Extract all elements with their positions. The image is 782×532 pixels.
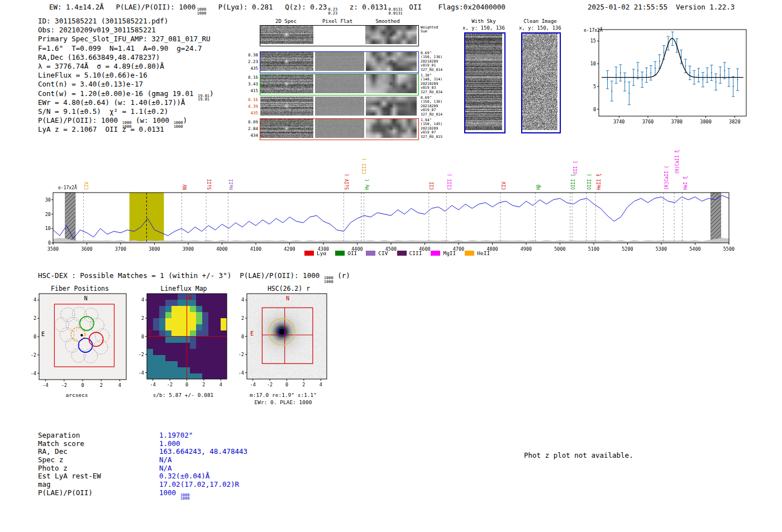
emission-line-label: OIII ( xyxy=(587,174,592,190)
match-table-row: Match score1.000 xyxy=(38,439,247,448)
match-table-row: Photo zN/A xyxy=(38,464,247,472)
cutout-row xyxy=(260,74,419,95)
match-row-fraction: 10001000 xyxy=(180,493,190,501)
emission-line-label: HeI ξ xyxy=(683,176,688,190)
data-point xyxy=(680,56,681,57)
emission-line-label: Hγ ( xyxy=(365,179,370,190)
match-row-label: mag xyxy=(38,480,159,488)
data-point xyxy=(737,79,738,80)
info-seeing: F=1.6" T=0.099 N=1.41 A=0.90 g=24.7 xyxy=(38,44,214,53)
header-plya: P(Lyα): 0.281 xyxy=(218,3,273,11)
cutout-row-annotation: 1.30"(148, 314)20210209v019_03327_RU_034 xyxy=(421,74,455,94)
y-tick-label: 20 xyxy=(45,212,51,217)
match-row-value: N/A xyxy=(159,456,172,464)
cutout-row xyxy=(260,96,419,118)
y-tick-label: 4 xyxy=(34,297,36,303)
legend-swatch xyxy=(304,251,314,256)
x-tick-label: 4 xyxy=(320,382,322,387)
x-tick-label: -2 xyxy=(267,382,273,387)
plae-w-fraction: 10001000 xyxy=(174,121,183,128)
emission-line-label: CII xyxy=(430,181,435,190)
hsc-caption-2: EWr: 0. PLAE: 1000 xyxy=(230,399,336,405)
with-sky-title: With Sky xyxy=(458,18,509,24)
x-tick-label: -2 xyxy=(167,382,173,387)
legend-label: CIII xyxy=(409,250,422,256)
y-tick-label: 15 xyxy=(590,38,596,44)
legend-label: CIV xyxy=(378,250,388,256)
info-wavelength: λ = 3776.74Å σ = 4.89(±0.80)Å xyxy=(38,62,214,71)
legend-label: MgII xyxy=(443,250,456,256)
x-tick-label: 4000 xyxy=(216,246,227,252)
x-tick-label: -4 xyxy=(150,382,156,387)
info-primary-slot: Primary Spec_Slot_IFU_AMP: 327_081_017_R… xyxy=(38,35,214,44)
data-point xyxy=(637,70,638,71)
match-row-label: P(LAE)/P(OII) xyxy=(38,488,159,497)
cutout-row xyxy=(260,51,419,73)
cutout-annotation-line: 327_RU_014 xyxy=(421,68,455,72)
x-tick-label: 0 xyxy=(81,382,84,388)
match-row-label: Spec z xyxy=(38,456,159,464)
fiber-positions-plot: -4-4-2-2002244NE xyxy=(22,291,131,392)
y-tick-label: -4 xyxy=(31,371,36,376)
cutout-row-annotation: 0.69"(150, 136)20210209v019_01327_RU_014 xyxy=(421,51,455,72)
fraction-bottom: 1000 xyxy=(180,497,190,501)
y-tick-label: 4 xyxy=(141,297,144,303)
x-tick-label: 4 xyxy=(220,382,222,387)
fraction-bottom: 0.23 xyxy=(328,12,337,16)
data-point xyxy=(685,65,686,66)
legend-label: HeII xyxy=(477,250,490,256)
data-point xyxy=(620,72,621,73)
emission-line-label: CIII ( xyxy=(447,174,452,190)
y-tick-label: 10 xyxy=(590,61,596,66)
data-point xyxy=(650,72,651,73)
spectrum-legend: LyαOIICIVCIIIMgIIHeII xyxy=(304,250,490,256)
data-point xyxy=(716,82,717,83)
y-tick-label: -4 xyxy=(239,370,244,376)
cutout-row-left-values: 0.382.23435 xyxy=(246,52,258,72)
header-z-line-id: OII xyxy=(409,3,422,11)
hsc-dex-fraction: 10001000 xyxy=(324,276,333,284)
cutout-row-left-value: 2.84 xyxy=(246,126,258,132)
clean-image-panel xyxy=(521,32,561,133)
match-row-label: Est LyA rest-EW xyxy=(38,472,159,480)
info-plae: P(LAE)/P(OII): 1000 10001000 (w: 1000 10… xyxy=(38,116,214,125)
data-point xyxy=(659,61,660,62)
data-point xyxy=(663,52,664,53)
cutout-row-left-value: 435 xyxy=(246,65,258,72)
match-row-value: 0.32(±0.04)Å xyxy=(159,472,209,480)
x-tick-label: 3740 xyxy=(613,119,624,124)
x-tick-label: 5100 xyxy=(588,246,599,252)
detection-center-dot xyxy=(80,334,83,336)
x-tick-label: -4 xyxy=(250,382,256,387)
y-tick-label: 2 xyxy=(241,315,244,321)
qz-fraction: 0.230.23 xyxy=(328,8,337,15)
clean-image-coords: x, y: 150, 136 xyxy=(515,25,565,31)
with-sky-coords: x, y: 150, 136 xyxy=(458,25,509,31)
cutout-row-left-value: 415 xyxy=(246,88,258,94)
legend-swatch xyxy=(431,251,440,256)
full-spectrum-plot: CIVNVSiIIHeIISiIV (CIII (Hγ (CIICIII (CI… xyxy=(45,140,737,260)
y-axis-units-label: e-17x2Å xyxy=(584,27,603,33)
match-row-label: Match score xyxy=(38,439,159,448)
match-table-row: mag17.02(17.02,17.02)R xyxy=(38,480,247,488)
y-tick-label: -4 xyxy=(139,370,144,376)
y-tick-label: 30 xyxy=(45,197,51,203)
y-tick-label: 0 xyxy=(593,107,596,112)
plot-frame xyxy=(247,294,327,379)
x-tick-label: 3700 xyxy=(115,246,126,252)
emission-line-label: (H)CaII ξ xyxy=(675,150,680,174)
y-tick-label: -2 xyxy=(239,352,244,357)
match-row-value: N/A xyxy=(159,464,172,472)
y-tick-label: 10 xyxy=(45,226,51,231)
hsc-dex-band: (r) xyxy=(333,271,350,280)
legend-item: CIII xyxy=(397,250,422,256)
cutout-row-canvas xyxy=(260,119,417,138)
cutout-row-left-value: 434 xyxy=(246,132,258,139)
with-sky-panel xyxy=(464,32,506,133)
cutout-row-left-values: 0.163.43415 xyxy=(246,74,258,94)
detection-info-block: ID: 3011585221 (3011585221.pdf) Obs: 202… xyxy=(38,17,214,134)
header-z: z: 0.0131 xyxy=(350,3,388,11)
data-point xyxy=(724,70,725,71)
y-axis-units-label: e-17x2Å xyxy=(58,184,77,190)
cutout-annotation-line: 327_RU_034 xyxy=(421,90,455,94)
